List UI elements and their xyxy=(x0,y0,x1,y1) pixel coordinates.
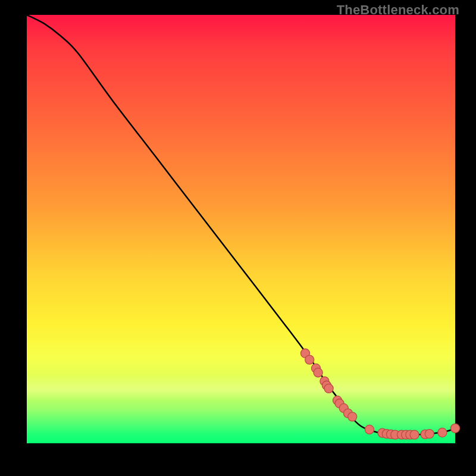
chart-frame: TheBottleneck.com xyxy=(0,0,476,476)
marker-point xyxy=(410,430,419,439)
marker-point xyxy=(365,425,374,434)
marker-point xyxy=(450,424,459,433)
marker-point xyxy=(314,368,322,377)
plot-area xyxy=(27,15,455,443)
marker-point xyxy=(305,355,314,364)
bottleneck-curve xyxy=(27,15,455,435)
marker-point xyxy=(348,412,357,421)
curve-layer xyxy=(27,15,455,443)
marker-point xyxy=(438,428,447,437)
marker-point xyxy=(324,384,333,393)
marker-group xyxy=(300,349,459,439)
marker-point xyxy=(425,430,434,439)
